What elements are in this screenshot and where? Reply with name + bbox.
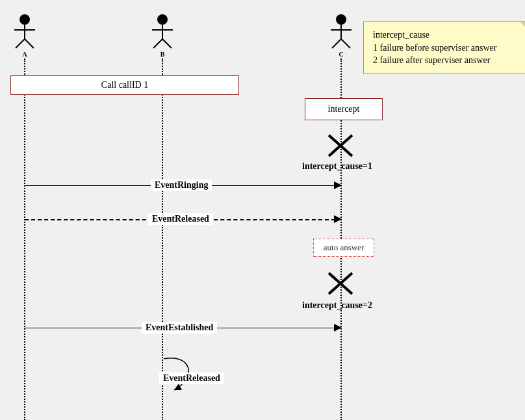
intercept-cause-2-label: intercept_cause=2 bbox=[302, 300, 372, 311]
arrow-head-ringing bbox=[334, 181, 342, 189]
sequence-diagram: { "actors": { "a": "A", "b": "B", "c": "… bbox=[0, 0, 525, 420]
msg-event-released: EventReleased bbox=[148, 213, 213, 225]
actor-c: C bbox=[328, 13, 354, 58]
actor-b-label: B bbox=[149, 51, 175, 58]
failure-cross-2 bbox=[327, 272, 353, 295]
svg-line-9 bbox=[162, 39, 172, 48]
svg-line-3 bbox=[16, 39, 25, 48]
lifeline-a bbox=[24, 59, 25, 420]
svg-line-4 bbox=[25, 39, 34, 48]
svg-line-8 bbox=[153, 39, 162, 48]
arrow-head-established bbox=[334, 324, 342, 332]
svg-point-0 bbox=[19, 14, 30, 25]
note-line3: 2 failure after superviser answer bbox=[373, 54, 520, 67]
intercept-cause-1-label: intercept_cause=1 bbox=[302, 161, 372, 172]
actor-a-label: A bbox=[12, 51, 38, 58]
msg-event-released-self: EventReleased bbox=[159, 373, 224, 384]
svg-marker-19 bbox=[174, 384, 182, 390]
note-line2: 1 failure before superviser answer bbox=[373, 42, 520, 55]
call-group-label: Call callID 1 bbox=[101, 80, 148, 90]
arrow-head-released bbox=[334, 215, 342, 223]
auto-answer-box: auto answer bbox=[313, 239, 374, 257]
intercept-label: intercept bbox=[328, 104, 360, 114]
svg-point-5 bbox=[157, 14, 168, 25]
svg-point-10 bbox=[336, 14, 346, 25]
actor-c-label: C bbox=[328, 51, 354, 58]
svg-line-14 bbox=[341, 39, 350, 48]
msg-event-ringing: EventRinging bbox=[151, 179, 212, 191]
note-line1: intercept_cause bbox=[373, 29, 520, 42]
svg-line-13 bbox=[332, 39, 341, 48]
call-group-box: Call callID 1 bbox=[10, 75, 239, 95]
actor-b: B bbox=[149, 13, 175, 58]
intercept-box: intercept bbox=[305, 98, 383, 120]
actor-a: A bbox=[12, 13, 38, 58]
failure-cross-1 bbox=[327, 134, 353, 157]
note-intercept-cause: intercept_cause 1 failure before supervi… bbox=[363, 21, 525, 74]
auto-answer-label: auto answer bbox=[324, 243, 364, 252]
msg-event-established: EventEstablished bbox=[142, 322, 217, 334]
